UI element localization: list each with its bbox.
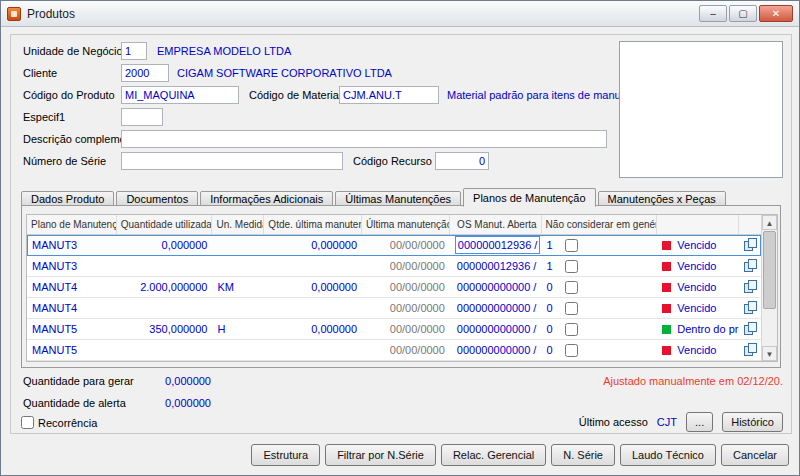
scroll-up-icon[interactable]: ▲ [762,215,777,230]
table-row[interactable]: MANUT4 2.000,000000 KM 0,000000 00/00/00… [27,277,761,298]
cell-plano: MANUT4 [27,277,117,297]
numero-serie-label: Número de Série [23,155,106,167]
cell-status: Vencido [657,298,739,318]
maximize-icon[interactable]: ▢ [729,5,757,22]
copy-icon[interactable] [744,301,756,315]
table-row[interactable]: MANUT3 0,000000 0,000000 00/00/0000 0000… [27,235,761,256]
os-value[interactable]: 000000000000 / [455,277,539,297]
cell-un-medida: H [212,319,264,339]
nao-considerar-checkbox[interactable] [565,239,578,252]
estrutura-button[interactable]: Estrutura [251,444,320,466]
copy-icon[interactable] [744,343,756,357]
table-row[interactable]: MANUT5 00/00/0000 000000000000 / 0 Venci… [27,340,761,361]
nao-considerar-checkbox[interactable] [565,344,578,357]
nao-considerar-checkbox[interactable] [565,323,578,336]
status-square [662,283,671,292]
os-value[interactable]: 000000000000 / [455,298,539,318]
copy-icon[interactable] [744,259,756,273]
planos-table: Plano de Manutenção Quantidade utilizada… [26,214,778,362]
descricao-complementar-field[interactable] [121,130,607,148]
cell-copy [739,322,761,336]
scroll-down-icon[interactable]: ▼ [762,346,777,361]
cell-nao-considerar: 0 [542,277,658,297]
os-count: 1 [547,256,553,276]
col-ultima-manutencao[interactable]: Última manutenção [362,215,450,234]
window-title: Produtos [27,7,75,21]
tab-informa-es-adicionais[interactable]: Informações Adicionais [200,191,333,206]
table-row[interactable]: MANUT4 00/00/0000 000000000000 / 0 Venci… [27,298,761,319]
table-row[interactable]: MANUT3 00/00/0000 000000012936 / 1 Venci… [27,256,761,277]
cell-plano: MANUT5 [27,340,117,360]
col-nao-considerar-generico[interactable]: Não considerar em genérico [542,215,658,234]
table-scrollbar[interactable]: ▲ ▼ [761,215,777,361]
filtrar-nserie-button[interactable]: Filtrar por N.Série [325,444,436,466]
cell-os-manut-aberta: 000000012936 / [450,256,542,276]
os-count: 0 [547,319,553,339]
col-os-manut-aberta[interactable]: OS Manut. Aberta [450,215,542,234]
status-square [662,346,671,355]
numero-serie-field[interactable] [121,152,343,170]
recorrencia-checkbox-row[interactable]: Recorrência [21,416,97,429]
col-quantidade-utilizada[interactable]: Quantidade utilizada [117,215,213,234]
cell-ultima-manutencao: 00/00/0000 [362,256,450,276]
tab-label: Planos de Manutenção [473,192,586,204]
cell-os-manut-aberta: 000000000000 / [450,298,542,318]
tab-documentos[interactable]: Documentos [116,191,198,206]
recorrencia-checkbox[interactable] [21,416,34,429]
copy-icon[interactable] [744,238,756,252]
unidade-negocio-field[interactable] [121,42,147,60]
relac-gerencial-button[interactable]: Relac. Gerencial [441,444,546,466]
codigo-produto-field[interactable] [121,86,239,104]
codigo-recurso-label: Código Recurso [353,155,432,167]
tab-manuten-es-x-pe-as[interactable]: Manutenções x Peças [598,191,726,206]
codigo-recurso-field[interactable] [435,152,489,170]
cell-nao-considerar: 0 [542,298,658,318]
os-value[interactable]: 000000012936 / [455,256,539,276]
especif1-field[interactable] [121,108,163,126]
tab-dados-produto[interactable]: Dados Produto [21,191,114,206]
nao-considerar-checkbox[interactable] [565,302,578,315]
historico-button[interactable]: Histórico [722,412,783,432]
copy-icon[interactable] [744,280,756,294]
os-value[interactable]: 000000012936 / [455,236,541,254]
nao-considerar-checkbox[interactable] [565,260,578,273]
cell-nao-considerar: 1 [542,256,658,276]
status-square [662,241,671,250]
ellipsis-button[interactable]: ... [686,412,713,432]
tab-label: Informações Adicionais [210,193,323,205]
cell-un-medida: KM [212,277,264,297]
tab--ltimas-manuten-es[interactable]: Últimas Manutenções [335,191,461,206]
title-bar[interactable]: Produtos – ▢ ✕ [1,1,799,27]
bottom-button-bar: Estrutura Filtrar por N.Série Relac. Ger… [251,444,789,466]
col-qtde-ultima-manutencao[interactable]: Qtde. última manuten... [264,215,362,234]
quantidade-gerar-label: Quantidade para gerar [23,375,134,387]
cell-quantidade-utilizada: 350,000000 [117,319,213,339]
tab-label: Documentos [126,193,188,205]
status-label: Vencido [677,277,716,297]
cancelar-button[interactable]: Cancelar [721,444,789,466]
cell-ultima-manutencao: 00/00/0000 [362,319,450,339]
tab-planos-de-manuten-o[interactable]: Planos de Manutenção [463,188,596,207]
cell-ultima-manutencao: 00/00/0000 [362,340,450,360]
col-plano-manutencao[interactable]: Plano de Manutenção [27,215,117,234]
minimize-icon[interactable]: – [699,5,727,22]
table-body: MANUT3 0,000000 0,000000 00/00/0000 0000… [27,235,761,361]
os-value[interactable]: 000000000000 / [455,319,539,339]
col-un-medida[interactable]: Un. Medida [212,215,264,234]
close-icon[interactable]: ✕ [759,5,793,22]
codigo-material-field[interactable] [339,86,439,104]
ultimo-acesso-row: Último acesso CJT ... Histórico [579,412,783,432]
cell-copy [739,343,761,357]
cliente-field[interactable] [121,64,169,82]
copy-icon[interactable] [744,322,756,336]
nserie-button[interactable]: N. Série [551,444,615,466]
laudo-tecnico-button[interactable]: Laudo Técnico [620,444,716,466]
scrollbar-thumb[interactable] [763,231,776,309]
nao-considerar-checkbox[interactable] [565,281,578,294]
cell-copy [739,259,761,273]
os-value[interactable]: 000000000000 / [455,340,539,360]
unidade-negocio-label: Unidade de Negócio [23,45,123,57]
cell-os-manut-aberta: 000000000000 / [450,277,542,297]
table-row[interactable]: MANUT5 350,000000 H 0,000000 00/00/0000 … [27,319,761,340]
status-square [662,325,671,334]
